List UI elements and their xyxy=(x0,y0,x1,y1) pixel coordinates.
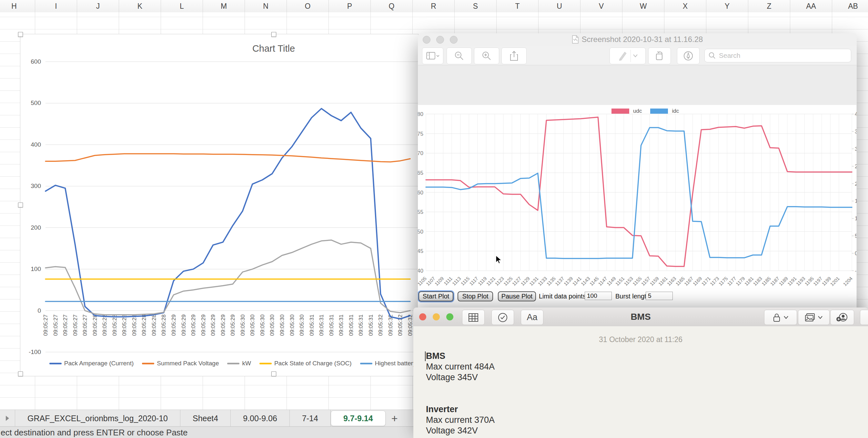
share-note-button[interactable] xyxy=(860,310,868,325)
svg-text:340: 340 xyxy=(418,268,423,274)
rotate-button[interactable] xyxy=(648,48,671,64)
column-header[interactable]: V xyxy=(581,0,622,12)
column-header[interactable]: W xyxy=(622,0,664,12)
markup-circle-icon xyxy=(683,51,693,61)
column-header[interactable]: I xyxy=(35,0,77,12)
chart-selection-handle[interactable] xyxy=(18,372,23,376)
sheet-tab[interactable]: Sheet4 xyxy=(180,410,231,427)
note-line xyxy=(426,383,495,393)
add-people-button[interactable] xyxy=(830,310,854,325)
sheet-tab[interactable]: 9.00-9.06 xyxy=(231,410,290,427)
chart-selection-handle[interactable] xyxy=(18,32,23,37)
chart-selection-handle[interactable] xyxy=(271,372,276,376)
svg-text:360: 360 xyxy=(418,189,423,196)
zoom-out-button[interactable] xyxy=(446,48,472,64)
lock-icon xyxy=(773,313,781,322)
column-header[interactable]: R xyxy=(413,0,455,12)
text-cursor xyxy=(425,351,426,361)
zoom-in-button[interactable] xyxy=(474,48,499,64)
svg-text:350: 350 xyxy=(855,128,857,135)
start-plot-button[interactable]: Start Plot xyxy=(418,291,453,301)
idc-legend-label: idc xyxy=(672,108,679,114)
svg-text:09:05:27: 09:05:27 xyxy=(53,315,59,336)
svg-text:0: 0 xyxy=(37,307,41,314)
sheet-tab[interactable]: GRAF_EXCEL_orionbms_log_2020-10 xyxy=(15,410,180,427)
chart-selection-handle[interactable] xyxy=(271,32,276,37)
column-header[interactable]: Z xyxy=(748,0,790,12)
add-sheet-button[interactable]: + xyxy=(392,412,398,425)
column-header[interactable]: J xyxy=(77,0,119,12)
pause-plot-button[interactable]: Pause Plot xyxy=(498,291,536,301)
column-header[interactable]: Y xyxy=(706,0,748,12)
svg-text:300: 300 xyxy=(31,182,41,189)
svg-text:09:05:28: 09:05:28 xyxy=(102,315,108,336)
svg-text:300: 300 xyxy=(855,146,857,152)
checklist-button[interactable] xyxy=(491,310,514,325)
table-button[interactable] xyxy=(462,310,485,325)
chevron-down-icon xyxy=(783,316,788,319)
column-header[interactable]: S xyxy=(455,0,497,12)
svg-text:09:05:30: 09:05:30 xyxy=(249,315,255,336)
limit-data-points-input[interactable] xyxy=(585,292,612,300)
note-text[interactable]: BMSMax current 484AVoltage 345VInverterM… xyxy=(426,351,495,436)
chart-selection-handle[interactable] xyxy=(18,203,23,207)
svg-text:0: 0 xyxy=(855,250,857,257)
column-header[interactable]: K xyxy=(119,0,161,12)
column-header[interactable]: N xyxy=(245,0,287,12)
stop-plot-button[interactable]: Stop Plot xyxy=(458,291,493,301)
notes-body[interactable]: 31 October 2020 at 11:26 BMSMax current … xyxy=(413,326,868,438)
plot-controls: Start Plot Stop Plot Pause Plot Limit da… xyxy=(418,291,857,302)
legend-swatch xyxy=(50,363,62,364)
column-header[interactable]: L xyxy=(161,0,203,12)
check-circle-icon xyxy=(498,312,508,323)
notes-titlebar[interactable]: BMS Aa xyxy=(413,308,868,327)
svg-text:09:05:29: 09:05:29 xyxy=(230,315,236,336)
column-header[interactable]: O xyxy=(287,0,329,12)
markup-toolbar-button[interactable] xyxy=(677,48,700,64)
svg-text:200: 200 xyxy=(855,181,857,187)
note-line: Max current 484A xyxy=(426,361,495,372)
svg-text:09:05:29: 09:05:29 xyxy=(171,315,177,336)
svg-text:150: 150 xyxy=(855,198,857,204)
column-header[interactable]: H xyxy=(0,0,35,12)
svg-text:09:05:31: 09:05:31 xyxy=(318,315,324,336)
zoom-in-icon xyxy=(482,51,491,61)
window-title: Screenshot 2020-10-31 at 11.16.28 xyxy=(418,33,857,46)
search-field[interactable] xyxy=(704,49,851,62)
burst-length-input[interactable] xyxy=(646,292,673,300)
svg-text:50: 50 xyxy=(855,233,857,239)
lock-button[interactable] xyxy=(764,310,797,325)
svg-text:100: 100 xyxy=(855,215,857,222)
format-button[interactable]: Aa xyxy=(521,310,544,325)
search-input[interactable] xyxy=(718,51,836,60)
column-header-row: HIJKLMNOPQRSTUVWXYZAAAB xyxy=(0,0,868,13)
column-header[interactable]: U xyxy=(538,0,581,12)
preview-titlebar[interactable]: Screenshot 2020-10-31 at 11.16.28 xyxy=(418,33,857,46)
svg-text:370: 370 xyxy=(418,150,423,156)
notes-window: BMS Aa 31 October 2 xyxy=(413,308,868,438)
svg-text:09:05:28: 09:05:28 xyxy=(161,315,167,336)
svg-text:09:05:29: 09:05:29 xyxy=(190,315,196,336)
preview-window: Screenshot 2020-10-31 at 11.16.28 xyxy=(418,33,857,308)
note-line: Inverter xyxy=(426,404,495,415)
sheet-tab[interactable]: 9.7-9.14 xyxy=(331,411,385,426)
sidebar-toggle-button[interactable] xyxy=(422,48,443,64)
sheet-tab[interactable]: 7-14 xyxy=(290,410,331,427)
column-header[interactable]: X xyxy=(664,0,706,12)
svg-text:09:05:30: 09:05:30 xyxy=(299,315,305,336)
note-line: Max current 370A xyxy=(426,415,495,426)
excel-chart[interactable]: Chart Title -100010020030040050060009:05… xyxy=(20,34,418,376)
legend-swatch xyxy=(227,363,240,364)
markup-pen-button[interactable] xyxy=(610,48,646,64)
media-button[interactable] xyxy=(798,310,830,325)
column-header[interactable]: M xyxy=(203,0,245,12)
column-header[interactable]: AA xyxy=(790,0,832,12)
share-button[interactable] xyxy=(501,48,527,64)
svg-text:100: 100 xyxy=(31,265,41,272)
column-header[interactable]: T xyxy=(497,0,538,12)
legend-swatch xyxy=(142,363,154,364)
column-header[interactable]: AB xyxy=(832,0,868,12)
column-header[interactable]: P xyxy=(329,0,371,12)
sheet-nav-arrow-icon[interactable] xyxy=(0,415,15,421)
column-header[interactable]: Q xyxy=(371,0,413,12)
